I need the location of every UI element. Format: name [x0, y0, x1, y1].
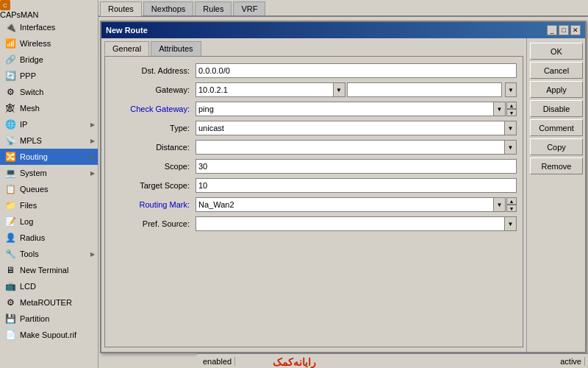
- files-icon: 📁: [4, 199, 16, 211]
- routing-mark-updown: ▲ ▼: [506, 197, 517, 212]
- gateway-input[interactable]: [196, 82, 334, 97]
- gateway-secondary-dropdown-btn[interactable]: ▼: [505, 82, 517, 97]
- pref-source-label: Pref. Source:: [111, 219, 196, 228]
- routing-arrow-icon: ▶: [90, 154, 95, 160]
- sidebar-item-switch[interactable]: ⚙Switch: [0, 84, 98, 100]
- tab-general[interactable]: General: [104, 41, 149, 56]
- target-scope-control: [196, 178, 517, 193]
- ok-button[interactable]: OK: [530, 43, 583, 60]
- check-gateway-control: ▼ ▲ ▼: [196, 102, 517, 116]
- target-scope-label: Target Scope:: [111, 181, 196, 190]
- dialog-body: General Attributes Dst. Address: Gateway…: [101, 38, 526, 352]
- scope-input[interactable]: [196, 159, 517, 174]
- capsман-label: CAPsMAN: [0, 10, 39, 19]
- sidebar-item-queues[interactable]: 📋Queues: [0, 181, 98, 197]
- comment-button[interactable]: Comment: [530, 119, 583, 136]
- routing-icon: 🔀: [4, 151, 16, 163]
- sidebar-label-mpls: MPLS: [20, 136, 93, 145]
- sidebar-item-wireless[interactable]: 📶Wireless: [0, 35, 98, 52]
- check-gateway-dropdown-btn[interactable]: ▼: [494, 102, 506, 116]
- disable-button[interactable]: Disable: [530, 100, 583, 117]
- check-gateway-updown: ▲ ▼: [506, 102, 517, 116]
- inner-tabs: General Attributes: [101, 38, 526, 56]
- sidebar-item-routing[interactable]: 🔀Routing▶: [0, 149, 98, 165]
- sidebar-item-interfaces[interactable]: 🔌Interfaces: [0, 19, 98, 35]
- sidebar-item-system[interactable]: 💻System▶: [0, 165, 98, 181]
- sidebar-item-new-terminal[interactable]: 🖥New Terminal: [0, 262, 98, 278]
- sidebar-item-log[interactable]: 📝Log: [0, 213, 98, 230]
- sidebar-item-lcd[interactable]: 📺LCD: [0, 278, 98, 294]
- distance-dropdown-btn[interactable]: ▼: [505, 140, 517, 155]
- main-area: Routes Nexthops Rules VRF New Route _ □ …: [98, 0, 588, 368]
- dialog-close-btn[interactable]: ✕: [570, 25, 581, 35]
- check-gateway-up-btn[interactable]: ▲: [506, 102, 517, 109]
- gateway-dropdown-btn[interactable]: ▼: [334, 82, 345, 97]
- tab-attributes[interactable]: Attributes: [151, 41, 201, 56]
- queues-icon: 📋: [4, 183, 16, 195]
- routing-mark-input[interactable]: [196, 197, 494, 212]
- cancel-button[interactable]: Cancel: [530, 62, 583, 79]
- sidebar-item-ip[interactable]: 🌐IP▶: [0, 116, 98, 132]
- routing-mark-label: Routing Mark:: [111, 200, 196, 209]
- buttons-panel: OK Cancel Apply Disable Comment Copy Rem…: [526, 38, 585, 352]
- sidebar-item-make-supout[interactable]: 📄Make Supout.rif: [0, 327, 98, 343]
- type-dropdown-btn[interactable]: ▼: [505, 121, 517, 135]
- apply-button[interactable]: Apply: [530, 81, 583, 98]
- sidebar-item-partition[interactable]: 💾Partition: [0, 311, 98, 327]
- watermark: رایانه‌کمک: [0, 356, 588, 368]
- dialog-maximize-btn[interactable]: □: [559, 25, 569, 35]
- sidebar-item-mpls[interactable]: 📡MPLS▶: [0, 132, 98, 149]
- routing-mark-up-btn[interactable]: ▲: [506, 197, 517, 205]
- distance-input[interactable]: [196, 140, 505, 155]
- dst-address-input[interactable]: [196, 63, 517, 78]
- dialog-title: New Route: [106, 26, 148, 35]
- remove-button[interactable]: Remove: [530, 158, 583, 174]
- wireless-icon: 📶: [4, 38, 16, 49]
- sidebar-item-bridge[interactable]: 🔗Bridge: [0, 52, 98, 68]
- routing-mark-dropdown-btn[interactable]: ▼: [494, 197, 506, 212]
- type-input[interactable]: [196, 121, 505, 135]
- ppp-icon: 🔄: [4, 70, 16, 82]
- tab-nexthops[interactable]: Nexthops: [143, 1, 193, 15]
- type-control: ▼: [196, 121, 517, 135]
- sidebar-item-tools[interactable]: 🔧Tools▶: [0, 246, 98, 262]
- copy-button[interactable]: Copy: [530, 138, 583, 155]
- dst-address-label: Dst. Address:: [111, 66, 196, 75]
- system-arrow-icon: ▶: [90, 170, 95, 177]
- new-route-dialog: New Route _ □ ✕ General Attributes Dst. …: [100, 21, 587, 353]
- check-gateway-input[interactable]: [196, 102, 494, 116]
- capsман-icon: C: [0, 0, 10, 10]
- sidebar-item-radius[interactable]: 👤Radius: [0, 230, 98, 246]
- pref-source-input[interactable]: [196, 216, 505, 231]
- routing-mark-down-btn[interactable]: ▼: [506, 205, 517, 212]
- dialog-controls: _ □ ✕: [547, 25, 581, 35]
- tab-rules[interactable]: Rules: [195, 1, 232, 15]
- log-icon: 📝: [4, 216, 16, 227]
- sidebar-label-wireless: Wireless: [20, 39, 93, 48]
- sidebar-item-files[interactable]: 📁Files: [0, 197, 98, 213]
- metarouter-icon: ⚙: [4, 297, 16, 308]
- sidebar-label-interfaces: Interfaces: [20, 23, 93, 32]
- pref-source-dropdown-btn[interactable]: ▼: [505, 216, 517, 231]
- bridge-icon: 🔗: [4, 54, 16, 66]
- sidebar: C CAPsMAN 🔌Interfaces📶Wireless🔗Bridge🔄PP…: [0, 0, 98, 368]
- interfaces-icon: 🔌: [4, 21, 16, 33]
- target-scope-input[interactable]: [196, 178, 517, 193]
- form-area: Dst. Address: Gateway: ▼: [104, 56, 523, 347]
- mesh-icon: 🕸: [4, 102, 16, 114]
- sidebar-label-system: System: [20, 169, 93, 177]
- check-gateway-down-btn[interactable]: ▼: [506, 109, 517, 116]
- gateway-row: Gateway: ▼ ▼: [111, 82, 517, 98]
- tab-vrf[interactable]: VRF: [233, 1, 265, 15]
- tab-routes[interactable]: Routes: [100, 1, 142, 16]
- capsман-header[interactable]: C CAPsMAN: [0, 0, 98, 19]
- sidebar-label-lcd: LCD: [20, 282, 93, 291]
- dialog-minimize-btn[interactable]: _: [547, 25, 557, 35]
- sidebar-label-make-supout: Make Supout.rif: [20, 330, 93, 339]
- mpls-icon: 📡: [4, 135, 16, 146]
- pref-source-control: ▼: [196, 216, 517, 231]
- gateway-secondary-input[interactable]: [347, 82, 503, 97]
- sidebar-item-mesh[interactable]: 🕸Mesh: [0, 100, 98, 116]
- sidebar-item-ppp[interactable]: 🔄PPP: [0, 68, 98, 84]
- sidebar-item-metarouter[interactable]: ⚙MetaROUTER: [0, 294, 98, 311]
